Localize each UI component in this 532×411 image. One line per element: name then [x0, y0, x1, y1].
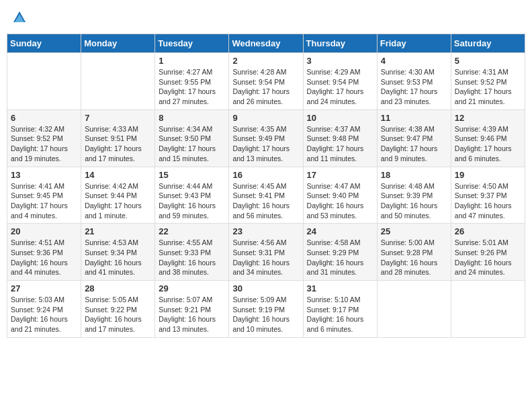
day-info: Sunrise: 4:27 AM Sunset: 9:55 PM Dayligh… [159, 67, 225, 107]
day-number: 12 [455, 113, 521, 123]
day-number: 19 [455, 170, 521, 180]
day-number: 31 [307, 283, 373, 293]
calendar-cell: 29Sunrise: 5:07 AM Sunset: 9:21 PM Dayli… [155, 281, 229, 338]
day-number: 27 [11, 283, 77, 293]
day-header-friday: Friday [377, 34, 451, 53]
day-number: 4 [381, 56, 447, 66]
day-number: 20 [11, 226, 77, 236]
week-row-2: 6Sunrise: 4:32 AM Sunset: 9:52 PM Daylig… [7, 109, 525, 167]
week-row-1: 1Sunrise: 4:27 AM Sunset: 9:55 PM Daylig… [7, 53, 525, 110]
day-number: 21 [85, 226, 151, 236]
day-info: Sunrise: 4:53 AM Sunset: 9:34 PM Dayligh… [85, 238, 151, 277]
day-info: Sunrise: 4:48 AM Sunset: 9:39 PM Dayligh… [381, 181, 447, 221]
calendar-cell: 10Sunrise: 4:37 AM Sunset: 9:48 PM Dayli… [303, 109, 377, 167]
day-info: Sunrise: 4:44 AM Sunset: 9:43 PM Dayligh… [159, 181, 225, 221]
day-header-saturday: Saturday [451, 34, 525, 53]
day-number: 30 [232, 283, 299, 293]
calendar-cell: 18Sunrise: 4:48 AM Sunset: 9:39 PM Dayli… [377, 167, 451, 224]
day-info: Sunrise: 5:01 AM Sunset: 9:26 PM Dayligh… [455, 238, 521, 277]
week-row-5: 27Sunrise: 5:03 AM Sunset: 9:24 PM Dayli… [7, 281, 525, 338]
day-info: Sunrise: 4:28 AM Sunset: 9:54 PM Dayligh… [232, 67, 299, 107]
day-info: Sunrise: 4:50 AM Sunset: 9:37 PM Dayligh… [455, 181, 521, 221]
day-info: Sunrise: 4:41 AM Sunset: 9:45 PM Dayligh… [11, 181, 77, 221]
day-number: 7 [85, 113, 151, 123]
day-number: 22 [159, 226, 225, 236]
calendar-cell: 12Sunrise: 4:39 AM Sunset: 9:46 PM Dayli… [451, 109, 525, 167]
week-row-3: 13Sunrise: 4:41 AM Sunset: 9:45 PM Dayli… [7, 167, 525, 224]
calendar-cell: 11Sunrise: 4:38 AM Sunset: 9:47 PM Dayli… [377, 109, 451, 167]
day-number: 26 [455, 226, 521, 236]
calendar-cell: 8Sunrise: 4:34 AM Sunset: 9:50 PM Daylig… [155, 109, 229, 167]
calendar-cell: 23Sunrise: 4:56 AM Sunset: 9:31 PM Dayli… [229, 224, 303, 281]
day-number: 13 [11, 170, 77, 180]
calendar-cell: 15Sunrise: 4:44 AM Sunset: 9:43 PM Dayli… [155, 167, 229, 224]
day-info: Sunrise: 4:34 AM Sunset: 9:50 PM Dayligh… [159, 124, 225, 164]
day-number: 23 [232, 226, 299, 236]
day-info: Sunrise: 4:29 AM Sunset: 9:54 PM Dayligh… [307, 67, 373, 107]
day-info: Sunrise: 4:32 AM Sunset: 9:52 PM Dayligh… [11, 124, 77, 164]
day-info: Sunrise: 4:30 AM Sunset: 9:53 PM Dayligh… [381, 67, 447, 107]
calendar-cell: 27Sunrise: 5:03 AM Sunset: 9:24 PM Dayli… [7, 281, 81, 338]
logo-icon [12, 10, 27, 25]
calendar-cell: 21Sunrise: 4:53 AM Sunset: 9:34 PM Dayli… [81, 224, 155, 281]
day-number: 25 [381, 226, 447, 236]
calendar-cell: 2Sunrise: 4:28 AM Sunset: 9:54 PM Daylig… [229, 53, 303, 110]
day-info: Sunrise: 4:35 AM Sunset: 9:49 PM Dayligh… [232, 124, 299, 164]
calendar-cell: 4Sunrise: 4:30 AM Sunset: 9:53 PM Daylig… [377, 53, 451, 110]
day-number: 24 [307, 226, 373, 236]
day-info: Sunrise: 4:47 AM Sunset: 9:40 PM Dayligh… [307, 181, 373, 221]
day-number: 9 [232, 113, 299, 123]
page-header [7, 7, 525, 28]
calendar-cell: 3Sunrise: 4:29 AM Sunset: 9:54 PM Daylig… [303, 53, 377, 110]
calendar-cell: 17Sunrise: 4:47 AM Sunset: 9:40 PM Dayli… [303, 167, 377, 224]
calendar-cell: 31Sunrise: 5:10 AM Sunset: 9:17 PM Dayli… [303, 281, 377, 338]
day-number: 1 [159, 56, 225, 66]
calendar-cell: 1Sunrise: 4:27 AM Sunset: 9:55 PM Daylig… [155, 53, 229, 110]
day-number: 11 [381, 113, 447, 123]
day-number: 29 [159, 283, 225, 293]
day-info: Sunrise: 5:10 AM Sunset: 9:17 PM Dayligh… [307, 295, 373, 334]
day-header-monday: Monday [81, 34, 155, 53]
day-header-thursday: Thursday [303, 34, 377, 53]
calendar-cell: 28Sunrise: 5:05 AM Sunset: 9:22 PM Dayli… [81, 281, 155, 338]
day-info: Sunrise: 4:37 AM Sunset: 9:48 PM Dayligh… [307, 124, 373, 164]
calendar-cell: 22Sunrise: 4:55 AM Sunset: 9:33 PM Dayli… [155, 224, 229, 281]
day-number: 3 [307, 56, 373, 66]
day-header-sunday: Sunday [7, 34, 81, 53]
day-number: 10 [307, 113, 373, 123]
week-row-4: 20Sunrise: 4:51 AM Sunset: 9:36 PM Dayli… [7, 224, 525, 281]
calendar-cell: 9Sunrise: 4:35 AM Sunset: 9:49 PM Daylig… [229, 109, 303, 167]
day-number: 5 [455, 56, 521, 66]
calendar-cell [7, 53, 81, 110]
day-number: 17 [307, 170, 373, 180]
calendar-cell: 16Sunrise: 4:45 AM Sunset: 9:41 PM Dayli… [229, 167, 303, 224]
day-info: Sunrise: 4:38 AM Sunset: 9:47 PM Dayligh… [381, 124, 447, 164]
day-number: 6 [11, 113, 77, 123]
day-number: 18 [381, 170, 447, 180]
day-info: Sunrise: 5:05 AM Sunset: 9:22 PM Dayligh… [85, 295, 151, 334]
calendar-cell: 26Sunrise: 5:01 AM Sunset: 9:26 PM Dayli… [451, 224, 525, 281]
calendar-cell: 6Sunrise: 4:32 AM Sunset: 9:52 PM Daylig… [7, 109, 81, 167]
calendar-table: SundayMondayTuesdayWednesdayThursdayFrid… [7, 34, 525, 338]
calendar-cell: 14Sunrise: 4:42 AM Sunset: 9:44 PM Dayli… [81, 167, 155, 224]
calendar-cell: 20Sunrise: 4:51 AM Sunset: 9:36 PM Dayli… [7, 224, 81, 281]
calendar-cell: 5Sunrise: 4:31 AM Sunset: 9:52 PM Daylig… [451, 53, 525, 110]
day-number: 28 [85, 283, 151, 293]
day-info: Sunrise: 5:09 AM Sunset: 9:19 PM Dayligh… [232, 295, 299, 334]
day-header-wednesday: Wednesday [229, 34, 303, 53]
day-info: Sunrise: 4:56 AM Sunset: 9:31 PM Dayligh… [232, 238, 299, 277]
day-header-tuesday: Tuesday [155, 34, 229, 53]
calendar-cell: 24Sunrise: 4:58 AM Sunset: 9:29 PM Dayli… [303, 224, 377, 281]
day-info: Sunrise: 4:33 AM Sunset: 9:51 PM Dayligh… [85, 124, 151, 164]
day-info: Sunrise: 4:42 AM Sunset: 9:44 PM Dayligh… [85, 181, 151, 221]
calendar-cell [451, 281, 525, 338]
day-info: Sunrise: 5:03 AM Sunset: 9:24 PM Dayligh… [11, 295, 77, 334]
day-info: Sunrise: 4:31 AM Sunset: 9:52 PM Dayligh… [455, 67, 521, 107]
day-number: 14 [85, 170, 151, 180]
day-info: Sunrise: 4:55 AM Sunset: 9:33 PM Dayligh… [159, 238, 225, 277]
day-info: Sunrise: 4:58 AM Sunset: 9:29 PM Dayligh… [307, 238, 373, 277]
logo [12, 10, 30, 25]
calendar-cell: 13Sunrise: 4:41 AM Sunset: 9:45 PM Dayli… [7, 167, 81, 224]
day-info: Sunrise: 4:39 AM Sunset: 9:46 PM Dayligh… [455, 124, 521, 164]
calendar-cell [377, 281, 451, 338]
